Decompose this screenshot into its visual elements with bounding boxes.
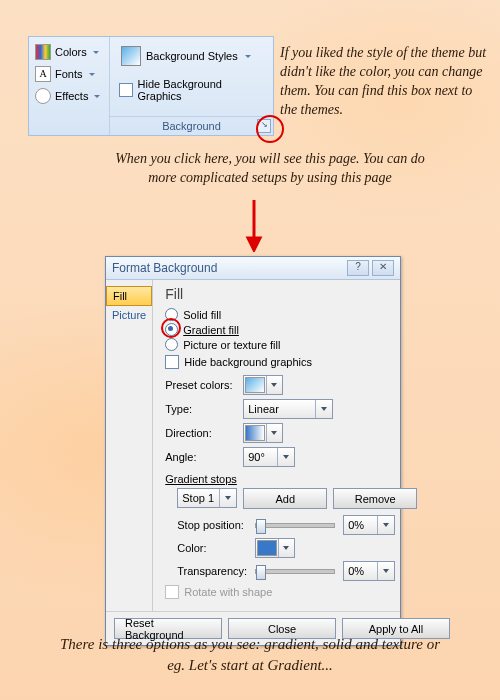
colors-label: Colors (55, 46, 87, 58)
group-caption: Background (110, 116, 273, 135)
transparency-spinner[interactable]: 0% (343, 561, 395, 581)
ribbon-bg-col: Background Styles Hide Background Graphi… (110, 37, 273, 135)
titlebar: Format Background ? ✕ (106, 257, 400, 280)
tabs: Fill Picture (106, 280, 153, 611)
effects-menu[interactable]: Effects (31, 85, 107, 107)
chevron-down-icon (93, 51, 99, 54)
annotation-text: When you click here, you will see this p… (110, 150, 430, 188)
panel-heading: Fill (165, 286, 417, 302)
arrow-down-icon (244, 198, 264, 252)
checkbox-icon (165, 585, 179, 599)
format-background-dialog: Format Background ? ✕ Fill Picture Fill … (105, 256, 401, 646)
fonts-menu[interactable]: A Fonts (31, 63, 107, 85)
ribbon-background-group: Colors A Fonts Effects Background Styles… (28, 36, 274, 136)
spinner-icon (377, 562, 394, 580)
close-button[interactable]: ✕ (372, 260, 394, 276)
chevron-down-icon (266, 376, 283, 394)
swatch-icon (245, 425, 264, 441)
fill-panel: Fill Solid fill Gradient fill Picture or… (153, 280, 427, 611)
slider-thumb[interactable] (256, 519, 266, 534)
direction-combo[interactable] (243, 423, 283, 443)
type-label: Type: (165, 403, 243, 415)
stop-position-label: Stop position: (177, 519, 255, 531)
chevron-down-icon (266, 424, 283, 442)
hide-bg-checkbox[interactable]: Hide background graphics (165, 355, 417, 369)
dialog-title: Format Background (112, 261, 217, 275)
radio-solid[interactable]: Solid fill (165, 308, 417, 321)
help-button[interactable]: ? (347, 260, 369, 276)
bgstyles-label: Background Styles (146, 50, 238, 62)
tab-fill[interactable]: Fill (106, 286, 152, 306)
effects-icon (35, 88, 51, 104)
fonts-icon: A (35, 66, 51, 82)
chevron-down-icon (278, 539, 295, 557)
chevron-down-icon (219, 489, 236, 507)
radio-icon (165, 338, 178, 351)
checkbox-icon (119, 83, 133, 97)
background-styles-menu[interactable]: Background Styles (114, 41, 269, 71)
annotation-text: There is three options as you see: gradi… (50, 634, 450, 676)
chevron-down-icon (245, 55, 251, 58)
effects-label: Effects (55, 90, 88, 102)
transparency-slider[interactable] (255, 569, 335, 574)
spinner-icon (377, 516, 394, 534)
chevron-down-icon (315, 400, 332, 418)
type-combo[interactable]: Linear (243, 399, 333, 419)
tab-picture[interactable]: Picture (106, 306, 152, 324)
chevron-down-icon (89, 73, 95, 76)
remove-stop-button[interactable]: Remove (333, 488, 417, 509)
color-combo[interactable] (255, 538, 295, 558)
angle-label: Angle: (165, 451, 243, 463)
color-label: Color: (177, 542, 255, 554)
stop-position-slider[interactable] (255, 523, 335, 528)
chevron-down-icon (94, 95, 100, 98)
ribbon-themes-col: Colors A Fonts Effects (29, 37, 110, 135)
colors-icon (35, 44, 51, 60)
angle-spinner[interactable]: 90° (243, 447, 295, 467)
checkbox-icon (165, 355, 179, 369)
direction-label: Direction: (165, 427, 243, 439)
colors-menu[interactable]: Colors (31, 41, 107, 63)
radio-texture[interactable]: Picture or texture fill (165, 338, 417, 351)
spinner-icon (277, 448, 294, 466)
stop-position-spinner[interactable]: 0% (343, 515, 395, 535)
fonts-label: Fonts (55, 68, 83, 80)
annotation-text: If you liked the style of the theme but … (280, 44, 490, 120)
swatch-icon (245, 377, 264, 393)
swatch-icon (257, 540, 276, 556)
preset-label: Preset colors: (165, 379, 243, 391)
slider-thumb[interactable] (256, 565, 266, 580)
stop-select[interactable]: Stop 1 (177, 488, 237, 508)
hide-bg-label: Hide Background Graphics (138, 78, 264, 102)
gradient-stops-label: Gradient stops (165, 473, 417, 485)
bgstyles-icon (121, 46, 141, 66)
svg-marker-1 (248, 238, 260, 250)
radio-gradient[interactable]: Gradient fill (165, 323, 417, 336)
preset-colors-combo[interactable] (243, 375, 283, 395)
add-stop-button[interactable]: Add (243, 488, 327, 509)
hide-bg-checkbox[interactable]: Hide Background Graphics (116, 75, 267, 105)
rotate-checkbox: Rotate with shape (165, 585, 417, 599)
transparency-label: Transparency: (177, 565, 255, 577)
